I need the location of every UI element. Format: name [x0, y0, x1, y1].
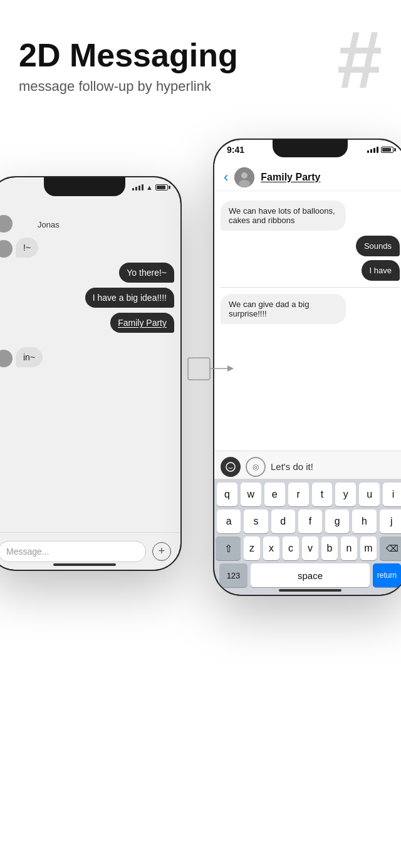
- divider: [221, 287, 400, 288]
- key-q[interactable]: q: [217, 483, 237, 506]
- list-item: Sounds: [221, 236, 400, 256]
- list-item: in~: [0, 347, 174, 367]
- key-z[interactable]: z: [244, 536, 260, 560]
- message-bubble-outgoing: Yo there!~: [119, 263, 174, 283]
- left-phone-inner: ▲ Jonas !~ Yo there!~: [0, 177, 180, 570]
- key-y[interactable]: y: [335, 483, 356, 506]
- key-g[interactable]: g: [325, 510, 349, 533]
- key-h[interactable]: h: [352, 510, 376, 533]
- wave-symbol: ◎: [253, 463, 259, 471]
- keyboard: q w e r t y u i a s d f g h j: [214, 479, 401, 595]
- input-text-display: Let's do it!: [271, 461, 400, 472]
- list-item: Yo there!~: [0, 263, 174, 283]
- keyboard-row-1: q w e r t y u i: [217, 483, 401, 506]
- signal-icon: [367, 147, 378, 153]
- key-m[interactable]: m: [360, 536, 377, 560]
- key-x[interactable]: x: [263, 536, 279, 560]
- main-subtitle: message follow-up by hyperlink: [19, 78, 382, 95]
- key-e[interactable]: e: [264, 483, 285, 506]
- audio-icon[interactable]: ◎: [246, 457, 266, 477]
- key-u[interactable]: u: [359, 483, 380, 506]
- key-d[interactable]: d: [271, 510, 295, 533]
- keyboard-bottom-row: 123 space return: [217, 563, 401, 587]
- key-r[interactable]: r: [288, 483, 309, 506]
- keyboard-row-3: ⇧ z x c v b n m ⌫: [217, 536, 401, 560]
- wifi-icon: ▲: [146, 184, 153, 191]
- left-phone-notch: [44, 177, 125, 196]
- avatar: [0, 240, 13, 258]
- emoji-icon[interactable]: ☺: [222, 590, 236, 595]
- list-item: Family Party: [0, 313, 174, 333]
- home-indicator: [53, 563, 116, 566]
- svg-rect-0: [188, 358, 210, 380]
- list-item: Jonas: [0, 215, 174, 233]
- avatar: [0, 215, 13, 233]
- right-status-icons: [367, 147, 393, 153]
- message-bubble-link: Family Party: [110, 313, 174, 333]
- left-phone: ▲ Jonas !~ Yo there!~: [0, 176, 182, 571]
- list-item: We can have lots of balloons, cakes and …: [221, 201, 346, 231]
- battery-icon: [381, 147, 393, 153]
- battery-icon: [155, 184, 168, 191]
- key-a[interactable]: a: [217, 510, 241, 533]
- right-phone-notch: [273, 140, 348, 157]
- key-j[interactable]: j: [380, 510, 401, 533]
- keyboard-row-2: a s d f g h j: [217, 510, 401, 533]
- key-c[interactable]: c: [283, 536, 299, 560]
- emoji-action-icon[interactable]: [221, 457, 241, 477]
- arrow-connector: [185, 352, 235, 392]
- right-phone-inner: 9:41 ‹: [214, 140, 401, 595]
- key-f[interactable]: f: [298, 510, 322, 533]
- list-item: We can give dad a big surprise!!!!: [221, 294, 346, 324]
- status-time: 9:41: [227, 145, 244, 155]
- main-title: 2D Messaging: [19, 38, 382, 73]
- contact-avatar: [234, 167, 254, 187]
- key-v[interactable]: v: [302, 536, 318, 560]
- left-status-icons: ▲: [132, 184, 168, 191]
- message-input[interactable]: Message...: [0, 541, 146, 562]
- key-b[interactable]: b: [321, 536, 338, 560]
- signal-icon: [132, 184, 143, 191]
- svg-point-4: [241, 172, 247, 179]
- right-phone: 9:41 ‹: [213, 139, 401, 596]
- message-placeholder: Message...: [6, 546, 49, 557]
- list-item: !~: [0, 238, 174, 258]
- list-item: I have: [221, 260, 400, 281]
- phones-container: ▲ Jonas !~ Yo there!~: [0, 113, 401, 803]
- return-key[interactable]: return: [373, 563, 401, 587]
- list-item: I have a big idea!!!!: [0, 288, 174, 308]
- back-button[interactable]: ‹: [224, 169, 228, 186]
- sender-name-label: Jonas: [38, 220, 60, 229]
- shift-key[interactable]: ⇧: [216, 536, 241, 560]
- home-indicator: [279, 589, 341, 592]
- header-section: # 2D Messaging message follow-up by hype…: [0, 0, 401, 107]
- message-bubble-outgoing: Sounds: [356, 236, 400, 256]
- left-chat-area: Jonas !~ Yo there!~ I have a big idea!!!…: [0, 202, 180, 532]
- contact-name: Family Party: [261, 172, 320, 183]
- avatar: [0, 350, 13, 367]
- svg-point-6: [226, 463, 235, 471]
- delete-key[interactable]: ⌫: [380, 536, 401, 560]
- key-t[interactable]: t: [312, 483, 333, 506]
- message-bubble-incoming: in~: [16, 347, 43, 367]
- key-w[interactable]: w: [241, 483, 261, 506]
- right-input-area: ◎ Let's do it!: [214, 451, 401, 482]
- message-bubble-outgoing: I have: [362, 260, 400, 281]
- key-n[interactable]: n: [341, 536, 357, 560]
- space-key[interactable]: space: [251, 563, 370, 587]
- svg-point-5: [239, 180, 250, 187]
- message-bubble-incoming: !~: [16, 238, 38, 258]
- svg-marker-2: [227, 365, 234, 372]
- key-123[interactable]: 123: [219, 563, 247, 587]
- right-chat-area: We can have lots of balloons, cakes and …: [214, 191, 401, 400]
- add-button[interactable]: +: [152, 542, 171, 561]
- message-bubble-outgoing: I have a big idea!!!!: [85, 288, 174, 308]
- chat-nav-bar: ‹ Family Party: [214, 164, 401, 191]
- key-i[interactable]: i: [383, 483, 401, 506]
- key-s[interactable]: s: [244, 510, 268, 533]
